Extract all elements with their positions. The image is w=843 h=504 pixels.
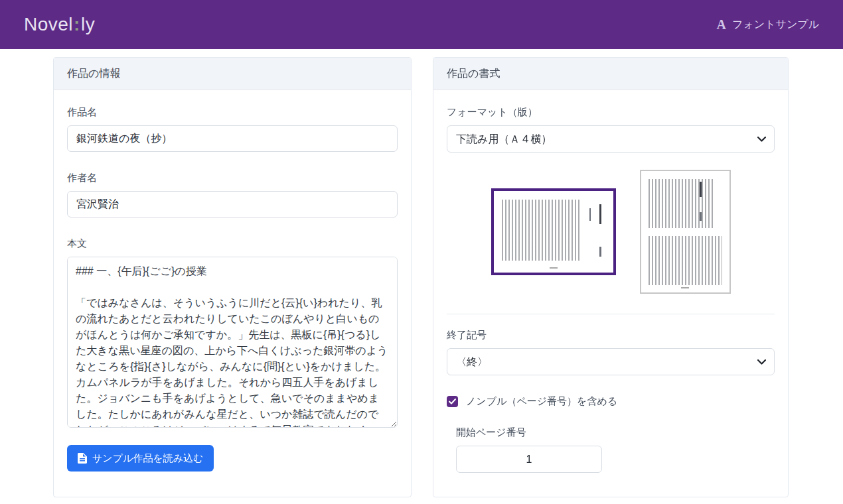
preview-text-columns — [649, 179, 714, 228]
section-divider — [447, 314, 775, 314]
nav-font-sample[interactable]: A フォントサンプル — [717, 17, 819, 32]
work-info-panel: 作品の情報 作品名 作者名 本文 ### 一、{午后}{ごご}の授業 「ではみな… — [53, 57, 412, 497]
document-icon — [78, 453, 87, 464]
logo-colon: : — [73, 14, 81, 34]
end-symbol-field: 終了記号 〈終〉 — [447, 329, 775, 375]
body-text-field: 本文 ### 一、{午后}{ごご}の授業 「ではみなさんは、そういうふうに川だと… — [67, 237, 398, 430]
format-panel-title: 作品の書式 — [433, 58, 788, 90]
preview-thumbnail-a4-portrait[interactable] — [640, 170, 731, 294]
font-sample-icon: A — [717, 17, 726, 32]
check-icon — [449, 399, 456, 405]
logo-text-suffix: ly — [81, 14, 95, 34]
preview-author-line — [599, 247, 601, 257]
work-name-label: 作品名 — [67, 106, 398, 119]
format-panel: 作品の書式 フォーマット（版） 下読み用（Ａ４横） — [433, 57, 789, 497]
preview-chapter-line — [589, 208, 591, 221]
preview-text-columns — [502, 200, 580, 261]
nombre-checkbox-label: ノンブル（ページ番号）を含める — [466, 395, 617, 408]
author-name-field: 作者名 — [67, 172, 398, 218]
preview-thumbnail-a4-landscape-selected[interactable] — [491, 188, 616, 275]
author-name-label: 作者名 — [67, 172, 398, 184]
format-select[interactable]: 下読み用（Ａ４横） — [447, 125, 775, 153]
app-header: Novel:ly A フォントサンプル — [0, 0, 843, 49]
preview-author-line — [700, 212, 702, 221]
nombre-checkbox-checked[interactable] — [447, 396, 458, 407]
work-name-input[interactable] — [67, 125, 398, 152]
preview-page-number-mark — [550, 267, 558, 269]
end-symbol-select[interactable]: 〈終〉 — [447, 348, 775, 375]
work-name-field: 作品名 — [67, 106, 398, 152]
format-field: フォーマット（版） 下読み用（Ａ４横） — [447, 106, 775, 153]
preview-title-line — [599, 204, 601, 224]
format-preview-row — [447, 170, 775, 294]
start-page-field: 開始ページ番号 — [456, 426, 775, 473]
body-text-input[interactable]: ### 一、{午后}{ごご}の授業 「ではみなさんは、そういうふうに川だと{云}… — [67, 257, 398, 428]
end-symbol-label: 終了記号 — [447, 329, 775, 342]
format-label: フォーマット（版） — [447, 106, 775, 119]
start-page-label: 開始ページ番号 — [456, 426, 775, 439]
load-sample-button-label: サンプル作品を読み込む — [92, 452, 203, 465]
body-text-label: 本文 — [67, 237, 398, 250]
load-sample-button[interactable]: サンプル作品を読み込む — [67, 445, 214, 472]
preview-title-line — [700, 182, 702, 197]
main-content: 作品の情報 作品名 作者名 本文 ### 一、{午后}{ごご}の授業 「ではみな… — [0, 49, 843, 504]
nombre-checkbox-row[interactable]: ノンブル（ページ番号）を含める — [447, 395, 775, 408]
start-page-input[interactable] — [456, 446, 602, 473]
work-info-panel-title: 作品の情報 — [54, 58, 411, 90]
nav-font-sample-label: フォントサンプル — [732, 18, 819, 32]
preview-text-columns — [649, 236, 722, 285]
logo-text: Novel — [24, 14, 73, 34]
preview-page-number-mark — [681, 287, 689, 288]
app-logo[interactable]: Novel:ly — [24, 14, 95, 35]
author-name-input[interactable] — [67, 191, 398, 218]
